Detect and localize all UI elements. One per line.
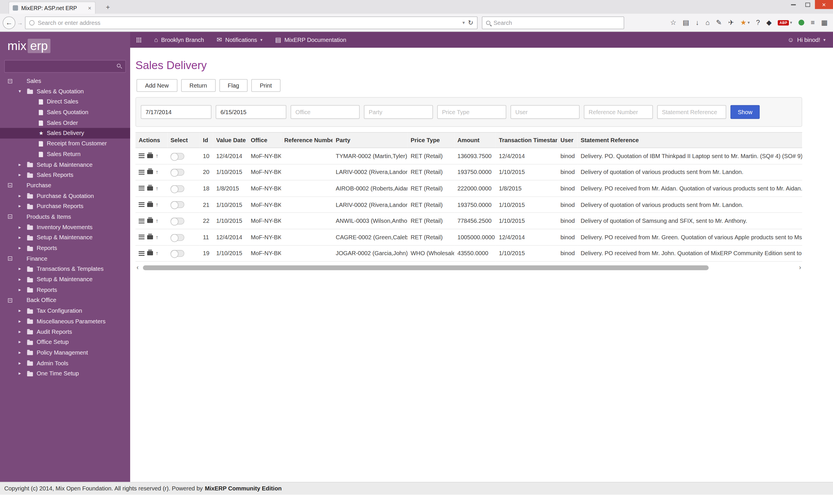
upload-arrow-icon[interactable]: ↑ bbox=[156, 186, 158, 191]
url-input[interactable] bbox=[38, 19, 459, 26]
details-icon[interactable] bbox=[139, 186, 144, 191]
sidebar-tree-item[interactable]: Purchase bbox=[0, 180, 130, 191]
sidebar-tree-item[interactable]: Setup & Maintenance bbox=[0, 275, 130, 285]
sidebar-tree-item[interactable]: One Time Setup bbox=[0, 369, 130, 379]
notifications-menu[interactable]: ✉ Notifications ▾ bbox=[210, 32, 269, 48]
details-icon[interactable] bbox=[139, 153, 144, 158]
print-icon[interactable] bbox=[147, 186, 153, 191]
upload-arrow-icon[interactable]: ↑ bbox=[156, 202, 158, 207]
sidebar-tree-item[interactable]: Reports bbox=[0, 243, 130, 253]
sidebar-tree-item[interactable]: Policy Management bbox=[0, 348, 130, 358]
user-filter-input[interactable] bbox=[510, 105, 580, 119]
close-button[interactable]: × bbox=[815, 0, 833, 9]
bookmark-star-icon[interactable]: ☆ bbox=[670, 19, 676, 27]
menu-icon[interactable]: ≡ bbox=[811, 19, 815, 27]
print-icon[interactable] bbox=[147, 219, 153, 223]
branch-menu[interactable]: ⌂ Brooklyn Branch bbox=[148, 32, 211, 48]
sidebar-tree-item[interactable]: Purchase & Quotation bbox=[0, 191, 130, 201]
column-header-office[interactable]: Office bbox=[247, 132, 281, 148]
column-header-reference-number[interactable]: Reference Number bbox=[281, 132, 333, 148]
downloads-icon[interactable]: ↓ bbox=[696, 19, 699, 27]
show-button[interactable]: Show bbox=[730, 105, 760, 119]
user-menu[interactable]: ☺ Hi binod! ▾ bbox=[780, 32, 833, 48]
column-header-user[interactable]: User bbox=[557, 132, 578, 148]
browser-tab[interactable]: MixERP: ASP.net ERP × bbox=[8, 2, 95, 14]
scroll-right-icon[interactable]: › bbox=[799, 264, 801, 271]
select-toggle[interactable] bbox=[171, 153, 185, 159]
print-button[interactable]: Print bbox=[251, 79, 280, 92]
upload-arrow-icon[interactable]: ↑ bbox=[156, 234, 158, 240]
sidebar-search-input[interactable] bbox=[5, 60, 125, 72]
globe-addon-icon[interactable] bbox=[799, 20, 804, 25]
column-header-statement-reference[interactable]: Statement Reference bbox=[577, 132, 802, 148]
statement-reference-filter-input[interactable] bbox=[657, 105, 726, 119]
party-filter-input[interactable] bbox=[364, 105, 433, 119]
send-tab-icon[interactable]: ✈ bbox=[728, 19, 734, 27]
sidebar-tree-item[interactable]: Inventory Movements bbox=[0, 222, 130, 233]
select-toggle[interactable] bbox=[171, 185, 185, 192]
price-type-filter-input[interactable] bbox=[437, 105, 506, 119]
scroll-left-icon[interactable]: ‹ bbox=[137, 264, 139, 271]
from-date-input[interactable] bbox=[141, 105, 211, 119]
adblock-icon[interactable]: ABP▾ bbox=[778, 20, 792, 25]
select-toggle[interactable] bbox=[171, 234, 185, 241]
column-header-party[interactable]: Party bbox=[333, 132, 407, 148]
sidebar-tree-item[interactable]: Products & Items bbox=[0, 212, 130, 222]
sidebar-search[interactable] bbox=[4, 60, 126, 73]
sidebar-tree-item[interactable]: Direct Sales bbox=[0, 97, 130, 107]
sidebar-tree-item[interactable]: Transactions & Templates bbox=[0, 264, 130, 275]
column-header-id[interactable]: Id bbox=[200, 132, 213, 148]
shield-icon[interactable]: ◆ bbox=[766, 19, 771, 27]
sidebar-tree-item[interactable]: Sales bbox=[0, 76, 130, 86]
sidebar-tree-item[interactable]: Finance bbox=[0, 253, 130, 264]
forward-button[interactable]: → bbox=[17, 19, 23, 26]
upload-arrow-icon[interactable]: ↑ bbox=[156, 251, 158, 256]
sidebar-tree-item[interactable]: Office Setup bbox=[0, 337, 130, 348]
sidebar-tree-item[interactable]: Tax Configuration bbox=[0, 306, 130, 316]
sidebar-tree-item[interactable]: Reports bbox=[0, 285, 130, 295]
print-icon[interactable] bbox=[147, 235, 153, 239]
edit-icon[interactable]: ✎ bbox=[716, 19, 722, 27]
upload-arrow-icon[interactable]: ↑ bbox=[156, 170, 158, 175]
sidebar-tree-item[interactable]: Sales Quotation bbox=[0, 107, 130, 118]
help-icon[interactable]: ? bbox=[756, 19, 760, 27]
sidebar-tree-item[interactable]: Sales Delivery bbox=[0, 128, 130, 138]
upload-arrow-icon[interactable]: ↑ bbox=[156, 218, 158, 223]
tab-close-icon[interactable]: × bbox=[88, 5, 91, 11]
minimize-button[interactable] bbox=[786, 0, 801, 9]
maximize-button[interactable] bbox=[801, 0, 815, 9]
to-date-input[interactable] bbox=[216, 105, 286, 119]
flag-button[interactable]: Flag bbox=[219, 79, 247, 92]
url-dropdown-icon[interactable]: ▾ bbox=[462, 20, 465, 25]
print-icon[interactable] bbox=[147, 170, 153, 174]
reading-list-icon[interactable]: ▤ bbox=[683, 19, 689, 27]
browser-search-input[interactable] bbox=[494, 19, 620, 26]
select-toggle[interactable] bbox=[171, 201, 185, 208]
column-header-select[interactable]: Select bbox=[167, 132, 200, 148]
details-icon[interactable] bbox=[139, 202, 144, 207]
sidebar-tree-item[interactable]: Receipt from Customer bbox=[0, 139, 130, 149]
search-bar[interactable] bbox=[482, 16, 624, 29]
column-header-amount[interactable]: Amount bbox=[454, 132, 496, 148]
sidebar-tree-item[interactable]: Miscellaneous Parameters bbox=[0, 316, 130, 327]
add-new-button[interactable]: Add New bbox=[137, 79, 177, 92]
office-filter-input[interactable] bbox=[291, 105, 360, 119]
reload-icon[interactable]: ↻ bbox=[468, 19, 473, 26]
apps-grid-button[interactable] bbox=[130, 32, 148, 48]
mixerp-logo[interactable]: mix erp bbox=[7, 39, 130, 53]
home-icon[interactable]: ⌂ bbox=[706, 19, 710, 27]
print-icon[interactable] bbox=[147, 251, 153, 255]
scrollbar-thumb[interactable] bbox=[143, 266, 709, 271]
sidebar-tree-item[interactable]: Setup & Maintenance bbox=[0, 159, 130, 170]
new-tab-button[interactable]: + bbox=[102, 3, 114, 12]
sidebar-tree-item[interactable]: Back Office bbox=[0, 295, 130, 306]
reference-number-filter-input[interactable] bbox=[584, 105, 653, 119]
details-icon[interactable] bbox=[139, 170, 144, 175]
select-toggle[interactable] bbox=[171, 218, 185, 225]
addon-star-icon[interactable]: ★▾ bbox=[740, 19, 750, 27]
details-icon[interactable] bbox=[139, 251, 144, 256]
sidebar-toggle-icon[interactable]: ▦ bbox=[821, 19, 828, 27]
url-bar[interactable]: ▾ ↻ bbox=[25, 16, 478, 29]
horizontal-scrollbar[interactable]: ‹ › bbox=[135, 264, 802, 271]
documentation-link[interactable]: ▤ MixERP Documentation bbox=[269, 32, 353, 48]
